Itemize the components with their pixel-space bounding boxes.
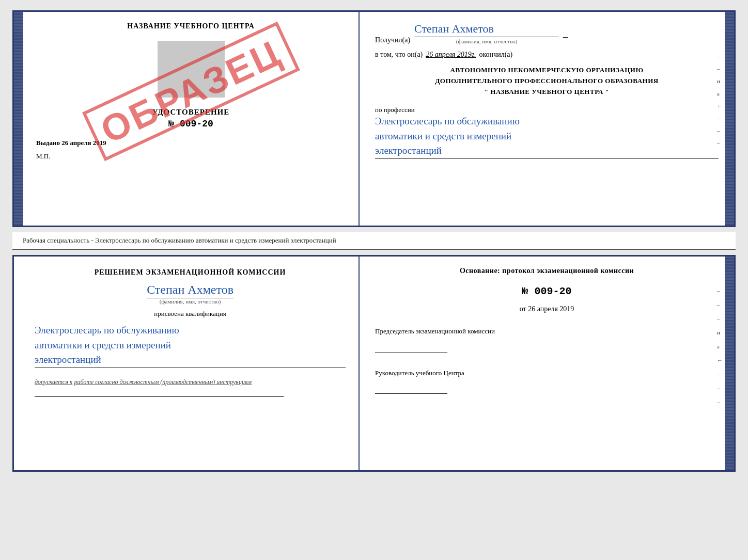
profession-label: по профессии [375, 106, 719, 114]
protocol-date: от 26 апреля 2019 [375, 305, 719, 313]
recipient-name: Степан Ахметов [414, 22, 559, 37]
side-marks-bottom: – – – и а ← – – – [717, 287, 723, 405]
director-signature-line [375, 382, 447, 394]
separator-text: Рабочая специальность - Электрослесарь п… [12, 232, 736, 250]
side-mark-4: а [717, 90, 723, 97]
received-label: Получил(а) [375, 36, 410, 44]
director-block: Руководитель учебного Центра [375, 368, 719, 394]
in-that-label: в том, что он(а) [375, 51, 423, 59]
admission-value: работе согласно должностным (производств… [74, 378, 252, 386]
qual-line1: Электрослесарь по обслуживанию [35, 323, 346, 338]
institution-line3: " НАЗВАНИЕ УЧЕБНОГО ЦЕНТРА " [375, 87, 719, 98]
side-mark-2: – [717, 66, 723, 72]
profession-line1: Электрослесарь по обслуживанию [375, 114, 719, 129]
top-document: НАЗВАНИЕ УЧЕБНОГО ЦЕНТРА УДОСТОВЕРЕНИЕ №… [12, 10, 736, 227]
person-block-bottom: Степан Ахметов (фамилия, имя, отчество) [35, 283, 346, 305]
qualification-value: Электрослесарь по обслуживанию автоматик… [35, 323, 346, 368]
person-name-bottom: Степан Ахметов [147, 283, 233, 298]
side-mark-5: ← [717, 103, 723, 109]
spine-left-decoration [14, 12, 23, 226]
photo-placeholder [158, 41, 225, 98]
side-mark-6: – [717, 115, 723, 121]
side-mark-b3: – [717, 315, 723, 322]
side-mark-b2: – [717, 301, 723, 308]
commission-title: Решением экзаменационной комиссии [35, 267, 346, 278]
protocol-number: № 009-20 [375, 285, 719, 297]
finished-label: окончил(а) [479, 51, 513, 59]
admission-underline [35, 396, 284, 397]
date-prefix: от [520, 305, 526, 313]
side-mark-1: – [717, 53, 723, 59]
chairman-block: Председатель экзаменационной комиссии [375, 326, 719, 353]
date-line: в том, что он(а) 26 апреля 2019г. окончи… [375, 51, 719, 59]
fio-sublabel-bottom: (фамилия, имя, отчество) [160, 298, 221, 305]
page-wrapper: НАЗВАНИЕ УЧЕБНОГО ЦЕНТРА УДОСТОВЕРЕНИЕ №… [12, 10, 736, 472]
admission-text: допускается к работе согласно должностны… [35, 378, 346, 386]
cert-number: № 009-20 [168, 119, 213, 129]
side-mark-8: – [717, 140, 723, 146]
fio-sublabel-top: (фамилия, имя, отчество) [414, 38, 559, 44]
issued-label: Выдано [36, 139, 60, 147]
qual-line3: электростанций [35, 353, 346, 367]
director-title: Руководитель учебного Центра [375, 368, 719, 379]
chairman-signature-line [375, 341, 447, 353]
side-mark-b6: ← [717, 357, 723, 363]
side-mark-7: – [717, 127, 723, 134]
bottom-doc-right: Основание: протокол экзаменационной коми… [360, 257, 734, 470]
issued-date: Выдано 26 апреля 2019 [36, 139, 106, 147]
top-doc-right: Получил(а) Степан Ахметов (фамилия, имя,… [360, 12, 734, 226]
protocol-date-value: 26 апреля 2019 [528, 305, 574, 313]
institution-line2: ДОПОЛНИТЕЛЬНОГО ПРОФЕССИОНАЛЬНОГО ОБРАЗО… [375, 76, 719, 87]
basis-title: Основание: протокол экзаменационной коми… [375, 267, 719, 275]
bottom-doc-left: Решением экзаменационной комиссии Степан… [14, 257, 360, 470]
mp-label: М.П. [36, 152, 50, 161]
profession-value: Электрослесарь по обслуживанию автоматик… [375, 114, 719, 159]
profession-block: по профессии Электрослесарь по обслужива… [375, 103, 719, 159]
side-marks-top: – – и а ← – – – [717, 53, 723, 146]
admission-prefix: допускается к [35, 378, 72, 386]
bottom-document: Решением экзаменационной комиссии Степан… [12, 255, 736, 472]
cert-title: УДОСТОВЕРЕНИЕ [152, 108, 230, 117]
side-mark-b7: – [717, 371, 723, 377]
side-mark-b1: – [717, 287, 723, 294]
side-mark-b4: и [717, 329, 723, 335]
recipient-block: Получил(а) Степан Ахметов (фамилия, имя,… [375, 22, 719, 44]
spine-right-decoration-top [725, 12, 734, 226]
side-mark-b5: а [717, 343, 723, 349]
qualification-label: присвоена квалификация [35, 310, 346, 318]
center-title: НАЗВАНИЕ УЧЕБНОГО ЦЕНТРА [127, 22, 254, 30]
qual-line2: автоматики и средств измерений [35, 338, 346, 353]
left-content: НАЗВАНИЕ УЧЕБНОГО ЦЕНТРА УДОСТОВЕРЕНИЕ №… [36, 22, 346, 161]
top-doc-left: НАЗВАНИЕ УЧЕБНОГО ЦЕНТРА УДОСТОВЕРЕНИЕ №… [14, 12, 360, 226]
date-value: 26 апреля 2019г. [426, 51, 476, 59]
spine-right-decoration-bottom [725, 257, 734, 470]
side-mark-b8: – [717, 385, 723, 391]
profession-line3: электростанций [375, 143, 719, 158]
chairman-title: Председатель экзаменационной комиссии [375, 326, 719, 337]
side-mark-b9: – [717, 399, 723, 405]
recipient-line: Получил(а) Степан Ахметов (фамилия, имя,… [375, 22, 719, 44]
issued-date-value: 26 апреля 2019 [61, 139, 106, 147]
side-mark-3: и [717, 78, 723, 84]
institution-line1: АВТОНОМНУЮ НЕКОММЕРЧЕСКУЮ ОРГАНИЗАЦИЮ [375, 65, 719, 76]
institution-block: АВТОНОМНУЮ НЕКОММЕРЧЕСКУЮ ОРГАНИЗАЦИЮ ДО… [375, 65, 719, 97]
profession-line2: автоматики и средств измерений [375, 129, 719, 144]
